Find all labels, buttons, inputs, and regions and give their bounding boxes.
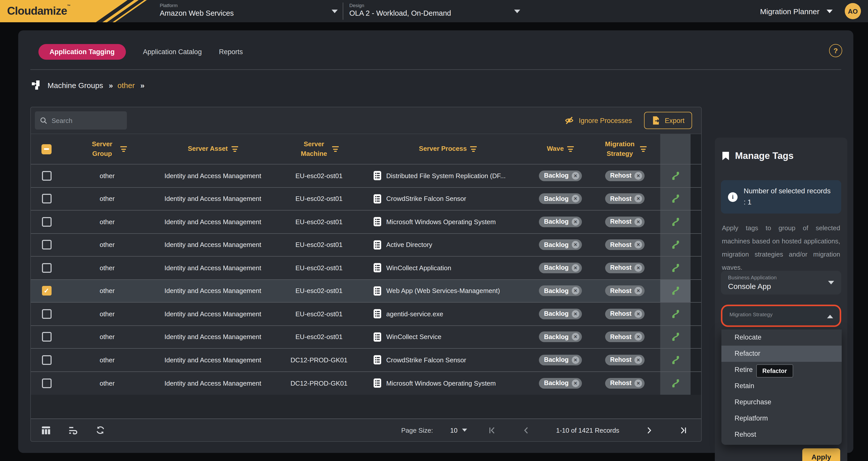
remove-tag-icon[interactable]: × <box>572 287 579 295</box>
remove-tag-icon[interactable]: × <box>634 195 642 203</box>
refresh-icon[interactable] <box>96 425 105 435</box>
connector-cell[interactable] <box>660 349 690 371</box>
design-select[interactable]: Design OLA 2 - Workload, On-Demand <box>349 0 522 22</box>
cloudamize-logo[interactable]: Cloudamize™ <box>0 0 152 22</box>
row-checkbox[interactable] <box>42 355 51 365</box>
migration-strategy-tag[interactable]: Rehost× <box>605 171 645 181</box>
connector-cell[interactable] <box>660 188 690 210</box>
migration-strategy-tag[interactable]: Rehost× <box>605 355 645 365</box>
row-checkbox[interactable] <box>42 217 51 227</box>
wave-tag[interactable]: Backlog× <box>539 378 582 388</box>
breadcrumb-current[interactable]: other <box>118 81 135 89</box>
tab-application-tagging[interactable]: Application Tagging <box>38 44 126 59</box>
search-input-wrapper[interactable] <box>35 111 127 129</box>
ignore-processes-button[interactable]: Ignore Processes <box>564 115 632 125</box>
migration-strategy-tag[interactable]: Rehost× <box>605 194 645 204</box>
col-server-asset[interactable]: Server Asset <box>152 134 274 164</box>
tab-application-catalog[interactable]: Application Catalog <box>143 48 202 55</box>
remove-tag-icon[interactable]: × <box>634 287 642 295</box>
export-button[interactable]: Export <box>644 112 692 129</box>
wave-tag[interactable]: Backlog× <box>539 286 582 296</box>
filter-icon[interactable] <box>332 146 339 152</box>
remove-tag-icon[interactable]: × <box>572 356 579 364</box>
search-input[interactable] <box>52 117 117 124</box>
breadcrumb-root[interactable]: Machine Groups <box>48 81 103 89</box>
connector-cell[interactable] <box>660 326 690 348</box>
strategy-option-refactor[interactable]: Refactor <box>721 346 842 362</box>
product-menu[interactable]: Migration Planner <box>760 7 833 16</box>
business-application-select[interactable]: Business Application Console App <box>721 271 841 294</box>
remove-tag-icon[interactable]: × <box>634 218 642 226</box>
row-checkbox[interactable] <box>42 171 51 181</box>
wave-tag[interactable]: Backlog× <box>539 309 582 319</box>
wrap-text-icon[interactable] <box>68 425 79 435</box>
row-checkbox[interactable] <box>42 240 51 250</box>
wave-tag[interactable]: Backlog× <box>539 240 582 250</box>
col-server-machine[interactable]: Server Machine <box>274 134 365 164</box>
strategy-option-replatform[interactable]: Replatform <box>721 410 842 427</box>
remove-tag-icon[interactable]: × <box>634 356 642 364</box>
filter-icon[interactable] <box>640 146 647 152</box>
first-page-button[interactable] <box>488 426 497 434</box>
remove-tag-icon[interactable]: × <box>572 379 579 387</box>
col-wave[interactable]: Wave <box>531 134 589 164</box>
next-page-button[interactable] <box>646 426 653 434</box>
remove-tag-icon[interactable]: × <box>572 172 579 180</box>
remove-tag-icon[interactable]: × <box>572 241 579 249</box>
col-migration-strategy[interactable]: Migration Strategy <box>589 134 660 164</box>
migration-strategy-tag[interactable]: Rehost× <box>605 309 645 319</box>
migration-strategy-tag[interactable]: Rehost× <box>605 332 645 342</box>
filter-icon[interactable] <box>120 146 127 152</box>
platform-select[interactable]: Platform Amazon Web Services <box>160 0 340 22</box>
apply-button[interactable]: Apply <box>802 448 840 461</box>
strategy-option-repurchase[interactable]: Repurchase <box>721 394 842 410</box>
connector-cell[interactable] <box>660 210 690 233</box>
remove-tag-icon[interactable]: × <box>572 310 579 318</box>
col-server-group[interactable]: Server Group <box>62 134 152 164</box>
remove-tag-icon[interactable]: × <box>634 333 642 341</box>
remove-tag-icon[interactable]: × <box>572 264 579 272</box>
wave-tag[interactable]: Backlog× <box>539 194 582 204</box>
strategy-option-retain[interactable]: Retain <box>721 378 842 394</box>
migration-strategy-tag[interactable]: Rehost× <box>605 286 645 296</box>
connector-cell[interactable] <box>660 280 690 302</box>
remove-tag-icon[interactable]: × <box>572 195 579 203</box>
remove-tag-icon[interactable]: × <box>634 172 642 180</box>
migration-strategy-tag[interactable]: Rehost× <box>605 263 645 273</box>
row-checkbox[interactable] <box>42 378 51 388</box>
wave-tag[interactable]: Backlog× <box>539 263 582 273</box>
columns-icon[interactable] <box>41 425 51 435</box>
wave-tag[interactable]: Backlog× <box>539 332 582 342</box>
col-server-process[interactable]: Server Process <box>365 134 531 164</box>
connector-cell[interactable] <box>660 234 690 256</box>
row-checkbox[interactable]: ✓ <box>42 286 51 296</box>
previous-page-button[interactable] <box>522 426 530 434</box>
remove-tag-icon[interactable]: × <box>572 333 579 341</box>
last-page-button[interactable] <box>678 426 687 434</box>
migration-strategy-tag[interactable]: Rehost× <box>605 378 645 388</box>
remove-tag-icon[interactable]: × <box>572 218 579 226</box>
tab-reports[interactable]: Reports <box>219 48 243 55</box>
strategy-option-rehost[interactable]: Rehost <box>721 427 842 443</box>
remove-tag-icon[interactable]: × <box>634 264 642 272</box>
migration-strategy-select[interactable]: Migration Strategy <box>721 305 841 327</box>
wave-tag[interactable]: Backlog× <box>539 217 582 227</box>
connector-cell[interactable] <box>660 302 690 325</box>
remove-tag-icon[interactable]: × <box>634 379 642 387</box>
row-checkbox[interactable] <box>42 309 51 319</box>
connector-cell[interactable] <box>660 257 690 279</box>
select-all-checkbox[interactable] <box>41 144 52 154</box>
wave-tag[interactable]: Backlog× <box>539 355 582 365</box>
connector-cell[interactable] <box>660 165 690 187</box>
row-checkbox[interactable] <box>42 194 51 204</box>
connector-cell[interactable] <box>660 372 690 395</box>
migration-strategy-tag[interactable]: Rehost× <box>605 217 645 227</box>
strategy-option-relocate[interactable]: Relocate <box>721 329 842 346</box>
migration-strategy-tag[interactable]: Rehost× <box>605 240 645 250</box>
help-button[interactable]: ? <box>829 44 842 57</box>
user-avatar[interactable]: AO <box>845 3 861 19</box>
filter-icon[interactable] <box>567 146 574 152</box>
row-checkbox[interactable] <box>42 263 51 273</box>
page-size-select[interactable]: 10 <box>450 426 467 434</box>
wave-tag[interactable]: Backlog× <box>539 171 582 181</box>
